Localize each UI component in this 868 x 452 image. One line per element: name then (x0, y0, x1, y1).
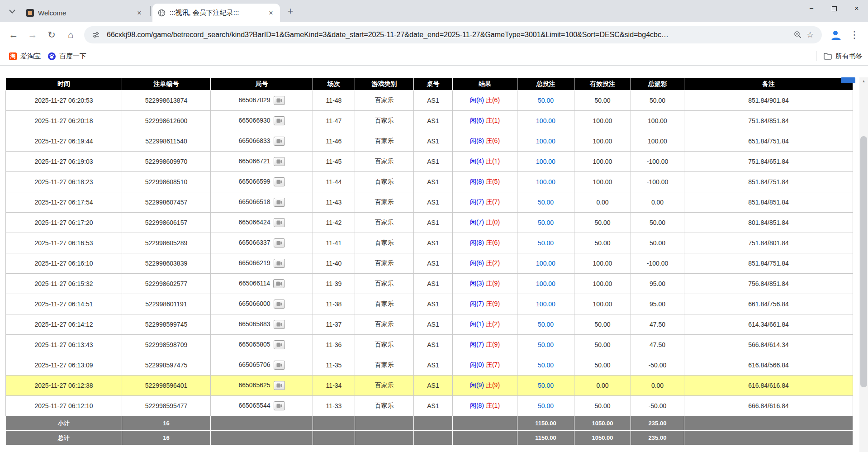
total-bet-link[interactable]: 50.00 (538, 382, 554, 389)
cell-session: 11-35 (313, 355, 355, 376)
maximize-icon (832, 6, 837, 11)
result-banker: 庄(1) (486, 117, 500, 124)
total-bet-link[interactable]: 50.00 (538, 219, 554, 226)
back-button[interactable]: ← (5, 26, 23, 44)
menu-button[interactable]: ⋮ (845, 26, 863, 44)
total-bet-link[interactable]: 100.00 (536, 117, 555, 124)
zoom-icon[interactable] (791, 29, 804, 41)
cell-table-no: AS1 (414, 396, 453, 416)
tab-close-icon[interactable]: × (266, 9, 275, 18)
new-tab-button[interactable]: + (284, 5, 297, 18)
result-player: 闲(8) (470, 96, 484, 104)
cell-game-type: 百家乐 (355, 213, 414, 233)
total-bet-link[interactable]: 100.00 (536, 260, 555, 267)
total-bet-link[interactable]: 100.00 (536, 178, 555, 186)
address-bar[interactable]: 66cxkj98.com/game/betrecord_search/kind3… (84, 26, 822, 43)
tab-bet-record[interactable]: :::视讯, 会员下注纪录::: × (152, 4, 280, 22)
cell-remark: 756.84/851.84 (684, 274, 853, 294)
cell-game-type: 百家乐 (355, 253, 414, 274)
baidu-icon (48, 52, 56, 60)
result-player: 闲(4) (470, 157, 484, 165)
video-replay-icon[interactable] (274, 218, 285, 227)
total-payout: 235.00 (631, 431, 684, 445)
cell-payout: 100.00 (631, 131, 684, 152)
total-bet-link[interactable]: 50.00 (538, 239, 554, 247)
url-text[interactable]: 66cxkj98.com/game/betrecord_search/kind3… (107, 31, 787, 39)
bookmark-taobao[interactable]: 淘 爱淘宝 (5, 49, 44, 63)
forward-button[interactable]: → (24, 26, 42, 44)
video-replay-icon[interactable] (274, 259, 285, 268)
minimize-button[interactable]: − (800, 0, 823, 17)
video-replay-icon[interactable] (274, 320, 285, 329)
cell-valid-bet: 100.00 (574, 253, 631, 274)
cell-result: 闲(9) 庄(9) (453, 376, 517, 396)
vertical-scrollbar[interactable]: ▲ ▼ (859, 77, 868, 452)
round-id: 665067029 (238, 96, 270, 104)
video-replay-icon[interactable] (274, 96, 285, 105)
close-window-button[interactable]: × (845, 0, 868, 17)
table-row: 2025-11-27 06:13:09 522998597475 6650657… (6, 355, 853, 376)
total-bet-link[interactable]: 100.00 (536, 158, 555, 165)
subtotal-valid-bet: 1050.00 (574, 416, 631, 431)
video-replay-icon[interactable] (274, 177, 285, 186)
reload-button[interactable]: ↻ (43, 26, 61, 44)
profile-button[interactable] (826, 26, 844, 44)
total-bet-link[interactable]: 50.00 (538, 341, 554, 348)
video-replay-icon[interactable] (274, 157, 285, 166)
video-replay-icon[interactable] (273, 279, 285, 288)
cell-remark: 666.84/616.84 (684, 396, 853, 416)
result-banker: 庄(9) (486, 381, 500, 389)
bookmarks-right: 所有书签 (816, 51, 863, 61)
video-replay-icon[interactable] (274, 361, 285, 370)
partial-scrolled-button[interactable] (841, 77, 855, 83)
round-id: 665065883 (238, 320, 270, 328)
result-player: 闲(8) (470, 239, 484, 246)
cell-total-bet: 100.00 (517, 152, 574, 172)
video-replay-icon[interactable] (274, 381, 285, 390)
cell-round: 665065805 (211, 335, 313, 355)
site-info-icon[interactable] (90, 29, 102, 41)
video-replay-icon[interactable] (274, 137, 285, 146)
cell-round: 665066721 (211, 152, 313, 172)
total-bet-link[interactable]: 100.00 (536, 138, 555, 145)
cell-session: 11-42 (313, 213, 355, 233)
table-row: 2025-11-27 06:20:18 522998612600 6650669… (6, 111, 853, 131)
all-bookmarks-button[interactable]: 所有书签 (835, 52, 863, 61)
table-body: 2025-11-27 06:20:53 522998613874 6650670… (6, 90, 853, 416)
taobao-icon: 淘 (9, 52, 17, 60)
home-button[interactable]: ⌂ (62, 26, 80, 44)
video-replay-icon[interactable] (274, 238, 285, 247)
cell-table-no: AS1 (414, 376, 453, 396)
video-replay-icon[interactable] (274, 198, 285, 207)
cell-remark: 751.84/651.84 (684, 152, 853, 172)
result-player: 闲(6) (470, 259, 484, 266)
maximize-button[interactable] (823, 0, 845, 17)
bookmark-star-icon[interactable]: ☆ (804, 29, 816, 41)
total-bet-link[interactable]: 50.00 (538, 199, 554, 206)
cell-valid-bet: 50.00 (574, 355, 631, 376)
total-bet-link[interactable]: 100.00 (536, 300, 555, 308)
cell-bet-id: 522998606157 (122, 213, 211, 233)
cell-time: 2025-11-27 06:17:20 (6, 213, 122, 233)
tab-search-button[interactable] (5, 5, 19, 18)
result-banker: 庄(6) (486, 96, 500, 104)
cell-round: 665065625 (211, 376, 313, 396)
table-row: 2025-11-27 06:12:10 522998595477 6650655… (6, 396, 853, 416)
total-bet-link[interactable]: 50.00 (538, 402, 554, 409)
video-replay-icon[interactable] (274, 340, 285, 349)
video-replay-icon[interactable] (274, 401, 285, 410)
total-bet-link[interactable]: 50.00 (538, 362, 554, 369)
total-bet-link[interactable]: 50.00 (538, 97, 554, 104)
tab-close-icon[interactable]: × (135, 9, 144, 18)
scrollbar-thumb[interactable] (860, 136, 867, 387)
bookmarks-separator (816, 51, 816, 61)
total-bet-link[interactable]: 100.00 (536, 280, 555, 287)
bookmark-baidu[interactable]: 百度一下 (44, 49, 90, 63)
tab-welcome[interactable]: Welcome × (21, 4, 148, 22)
scrollbar-up-arrow[interactable]: ▲ (859, 77, 868, 85)
video-replay-icon[interactable] (274, 116, 285, 125)
video-replay-icon[interactable] (274, 300, 285, 309)
cell-round: 665066833 (211, 131, 313, 152)
total-bet-link[interactable]: 50.00 (538, 321, 554, 328)
welcome-tab-favicon (26, 9, 34, 17)
